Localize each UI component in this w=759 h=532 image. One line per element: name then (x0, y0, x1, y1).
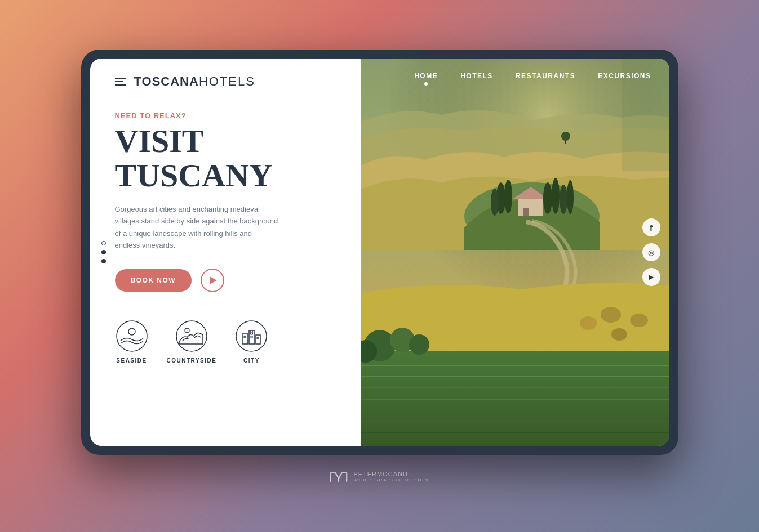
hero-image-panel: HOME HOTELS RESTAURANTS EXCURSIONS f ◎ ▶ (361, 59, 669, 446)
nav-hotels[interactable]: HOTELS (460, 72, 493, 80)
svg-point-25 (567, 180, 574, 214)
nav-restaurants[interactable]: RESTAURANTS (516, 72, 575, 80)
social-icons: f ◎ ▶ (642, 218, 660, 286)
hero-title: VISIT TUSCANY (115, 124, 340, 193)
svg-rect-11 (251, 333, 252, 334)
svg-point-23 (552, 178, 560, 214)
left-panel: TOSCANA HOTELS NEED TO RELAX? VISIT TUSC… (90, 59, 361, 446)
play-button[interactable] (201, 269, 224, 292)
hamburger-menu-icon[interactable] (115, 78, 126, 86)
svg-point-29 (580, 316, 597, 330)
footer-brand: PETERMOCANU (353, 471, 429, 477)
logo-brand: TOSCANA (134, 74, 199, 89)
slide-indicator-3[interactable] (101, 259, 106, 263)
hero-description: Gorgeous art cities and enchanting medie… (115, 203, 278, 252)
svg-point-26 (491, 189, 499, 216)
tuscany-landscape (361, 59, 669, 446)
facebook-icon[interactable]: f (642, 218, 660, 236)
footer-subtitle: WEB / GRAPHIC DESIGN (353, 477, 429, 482)
svg-point-1 (128, 328, 135, 335)
nav-excursions[interactable]: EXCURSIONS (598, 72, 651, 80)
svg-point-28 (630, 314, 648, 327)
svg-point-41 (409, 334, 429, 355)
seaside-label: SEASIDE (116, 357, 147, 364)
tablet-device: TOSCANA HOTELS NEED TO RELAX? VISIT TUSC… (81, 50, 678, 455)
category-list: SEASIDE COUNTRYSIDE (115, 319, 340, 364)
nav-bar: HOME HOTELS RESTAURANTS EXCURSIONS (361, 59, 669, 93)
countryside-label: COUNTRYSIDE (167, 357, 217, 364)
category-seaside[interactable]: SEASIDE (115, 319, 149, 364)
city-icon (234, 319, 268, 353)
youtube-icon[interactable]: ▶ (642, 268, 660, 286)
svg-point-22 (543, 182, 552, 214)
footer-logo-icon (330, 471, 348, 482)
hero-title-line2: TUSCANY (115, 157, 273, 194)
svg-rect-10 (244, 336, 246, 338)
slide-indicator-2[interactable] (101, 250, 106, 254)
svg-rect-12 (251, 336, 252, 338)
tablet-screen: TOSCANA HOTELS NEED TO RELAX? VISIT TUSC… (90, 59, 669, 446)
svg-point-27 (601, 307, 621, 323)
slide-indicators (101, 241, 106, 263)
svg-point-44 (561, 132, 570, 141)
svg-point-24 (560, 185, 567, 214)
slide-indicator-1[interactable] (101, 241, 106, 245)
svg-rect-7 (256, 335, 260, 344)
svg-point-2 (176, 321, 207, 351)
svg-rect-17 (518, 199, 543, 216)
instagram-icon[interactable]: ◎ (642, 243, 660, 261)
city-label: CITY (243, 357, 260, 364)
svg-point-0 (117, 321, 147, 351)
book-now-button[interactable]: BOOK NOW (115, 269, 192, 292)
hero-content: NEED TO RELAX? VISIT TUSCANY Gorgeous ar… (115, 111, 340, 430)
svg-rect-5 (242, 334, 248, 344)
header: TOSCANA HOTELS (115, 74, 340, 89)
svg-point-30 (611, 328, 627, 341)
category-city[interactable]: CITY (234, 319, 268, 364)
logo: TOSCANA HOTELS (134, 74, 255, 89)
nav-home[interactable]: HOME (414, 72, 438, 80)
countryside-icon (175, 319, 208, 353)
cta-buttons: BOOK NOW (115, 269, 340, 292)
hero-title-line1: VISIT (115, 123, 204, 159)
svg-rect-19 (523, 208, 529, 216)
hero-tagline: NEED TO RELAX? (115, 111, 340, 120)
category-countryside[interactable]: COUNTRYSIDE (167, 319, 217, 364)
seaside-icon (115, 319, 149, 353)
svg-point-3 (185, 328, 189, 333)
page-footer: PETERMOCANU WEB / GRAPHIC DESIGN (330, 471, 429, 482)
svg-point-21 (504, 180, 512, 213)
logo-suffix: HOTELS (199, 74, 255, 89)
svg-rect-13 (257, 337, 259, 339)
footer-text: PETERMOCANU WEB / GRAPHIC DESIGN (353, 471, 429, 482)
